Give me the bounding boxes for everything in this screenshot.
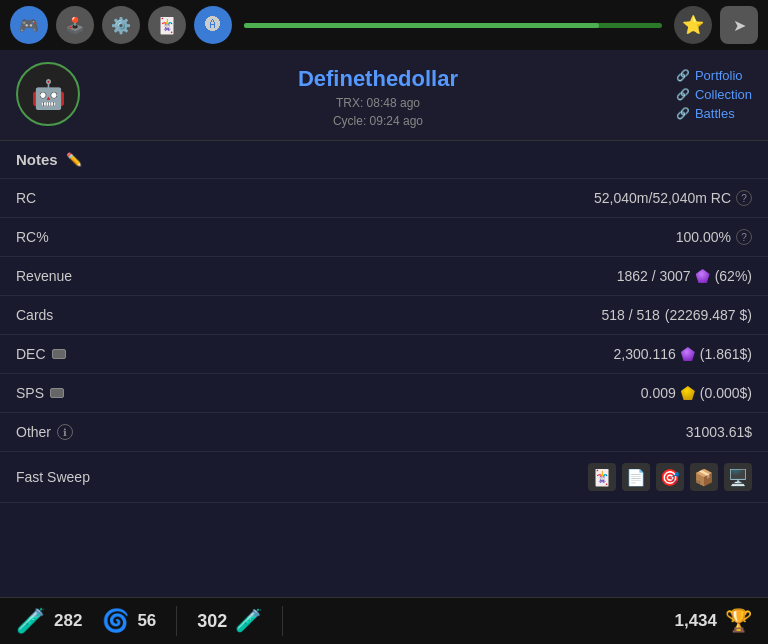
cards-label: Cards <box>16 307 53 323</box>
rc-percent-row: RC% 100.00% ? <box>0 218 768 257</box>
potion-pink-icon: 🧪 <box>235 608 262 634</box>
portfolio-label: Portfolio <box>695 68 743 83</box>
avatar: 🤖 <box>16 62 80 126</box>
revenue-label: Revenue <box>16 268 72 284</box>
sps-label: SPS <box>16 385 64 401</box>
battles-label: Battles <box>695 106 735 121</box>
rc-value: 52,040m/52,040m RC ? <box>594 190 752 206</box>
bottom-bar: 🧪 282 🌀 56 302 🧪 1,434 🏆 <box>0 597 768 644</box>
trophy-count: 1,434 <box>674 611 717 631</box>
dec-label: DEC <box>16 346 66 362</box>
sps-wallet-icon[interactable] <box>50 388 64 398</box>
sps-text: SPS <box>16 385 44 401</box>
rc-help-icon[interactable]: ? <box>736 190 752 206</box>
other-row: Other ℹ 31003.61$ <box>0 413 768 452</box>
trx-timestamp: TRX: 08:48 ago <box>336 96 420 110</box>
dec-amount: 2,300.116 <box>614 346 676 362</box>
dec-wallet-icon[interactable] <box>52 349 66 359</box>
potion-blue-count: 282 <box>54 611 82 631</box>
spiral-icon: 🌀 <box>102 608 129 634</box>
sweep-icons-container: 🃏 📄 🎯 📦 🖥️ <box>588 463 752 491</box>
gem-purple-icon <box>696 269 710 283</box>
sweep-icon-target[interactable]: 🎯 <box>656 463 684 491</box>
trophy-icon: 🏆 <box>725 608 752 634</box>
dec-gem-icon <box>681 347 695 361</box>
other-label: Other ℹ <box>16 424 73 440</box>
rc-row: RC 52,040m/52,040m RC ? <box>0 179 768 218</box>
battles-icon: 🔗 <box>676 107 690 120</box>
fast-sweep-label: Fast Sweep <box>16 469 90 485</box>
sps-usd: (0.000$) <box>700 385 752 401</box>
cards-text: 518 / 518 <box>601 307 659 323</box>
rc-label: RC <box>16 190 36 206</box>
cards-row: Cards 518 / 518 (22269.487 $) <box>0 296 768 335</box>
cycle-timestamp: Cycle: 09:24 ago <box>333 114 423 128</box>
sps-gem-icon <box>681 386 695 400</box>
cards-value: 518 / 518 (22269.487 $) <box>601 307 752 323</box>
other-value: 31003.61$ <box>686 424 752 440</box>
nav-user-icon[interactable]: 🅐 <box>194 6 232 44</box>
star-button[interactable]: ⭐ <box>674 6 712 44</box>
notes-row: Notes ✏️ <box>0 141 768 179</box>
fast-sweep-row: Fast Sweep 🃏 📄 🎯 📦 🖥️ <box>0 452 768 503</box>
potion-blue-icon: 🧪 <box>16 607 46 635</box>
spiral-item: 🌀 56 <box>102 608 156 634</box>
username[interactable]: Definethedollar <box>298 66 458 92</box>
revenue-percent: (62%) <box>715 268 752 284</box>
sps-value: 0.009 (0.000$) <box>641 385 752 401</box>
profile-section: 🤖 Definethedollar TRX: 08:48 ago Cycle: … <box>0 50 768 141</box>
nav-settings-icon[interactable]: ⚙️ <box>102 6 140 44</box>
rc-percent-help-icon[interactable]: ? <box>736 229 752 245</box>
sps-amount: 0.009 <box>641 385 676 401</box>
trophy-item: 1,434 🏆 <box>674 608 752 634</box>
portfolio-icon: 🔗 <box>676 69 690 82</box>
notes-label: Notes <box>16 151 58 168</box>
battles-link[interactable]: 🔗 Battles <box>676 106 735 121</box>
profile-links: 🔗 Portfolio 🔗 Collection 🔗 Battles <box>676 62 752 121</box>
sweep-icon-box[interactable]: 📦 <box>690 463 718 491</box>
divider-2 <box>282 606 283 636</box>
number-302-item: 302 🧪 <box>197 608 262 634</box>
other-info-icon[interactable]: ℹ <box>57 424 73 440</box>
top-navigation: 🎮 🕹️ ⚙️ 🃏 🅐 ⭐ ➤ <box>0 0 768 50</box>
sweep-icon-monitor[interactable]: 🖥️ <box>724 463 752 491</box>
revenue-value: 1862 / 3007 (62%) <box>617 268 752 284</box>
collection-icon: 🔗 <box>676 88 690 101</box>
progress-fill <box>244 23 599 28</box>
revenue-text: 1862 / 3007 <box>617 268 691 284</box>
progress-bar <box>244 23 662 28</box>
sweep-icon-card[interactable]: 🃏 <box>588 463 616 491</box>
cards-usd: (22269.487 $) <box>665 307 752 323</box>
dec-text: DEC <box>16 346 46 362</box>
nav-controller-icon[interactable]: 🕹️ <box>56 6 94 44</box>
other-amount: 31003.61$ <box>686 424 752 440</box>
collection-link[interactable]: 🔗 Collection <box>676 87 752 102</box>
divider-1 <box>176 606 177 636</box>
dec-value: 2,300.116 (1.861$) <box>614 346 752 362</box>
rc-percent-label: RC% <box>16 229 49 245</box>
revenue-row: Revenue 1862 / 3007 (62%) <box>0 257 768 296</box>
rc-percent-text: 100.00% <box>676 229 731 245</box>
nav-arrow-icon[interactable]: ➤ <box>720 6 758 44</box>
dec-usd: (1.861$) <box>700 346 752 362</box>
portfolio-link[interactable]: 🔗 Portfolio <box>676 68 743 83</box>
nav-card-icon[interactable]: 🃏 <box>148 6 186 44</box>
rc-percent-value: 100.00% ? <box>676 229 752 245</box>
collection-label: Collection <box>695 87 752 102</box>
number-302-value: 302 <box>197 611 227 632</box>
nav-gamepad-icon[interactable]: 🎮 <box>10 6 48 44</box>
spiral-count: 56 <box>137 611 156 631</box>
rc-value-text: 52,040m/52,040m RC <box>594 190 731 206</box>
dec-row: DEC 2,300.116 (1.861$) <box>0 335 768 374</box>
profile-info: Definethedollar TRX: 08:48 ago Cycle: 09… <box>96 62 660 128</box>
sps-row: SPS 0.009 (0.000$) <box>0 374 768 413</box>
sweep-icon-paper[interactable]: 📄 <box>622 463 650 491</box>
other-text: Other <box>16 424 51 440</box>
edit-icon[interactable]: ✏️ <box>66 152 82 167</box>
potion-blue-item: 🧪 282 <box>16 607 82 635</box>
